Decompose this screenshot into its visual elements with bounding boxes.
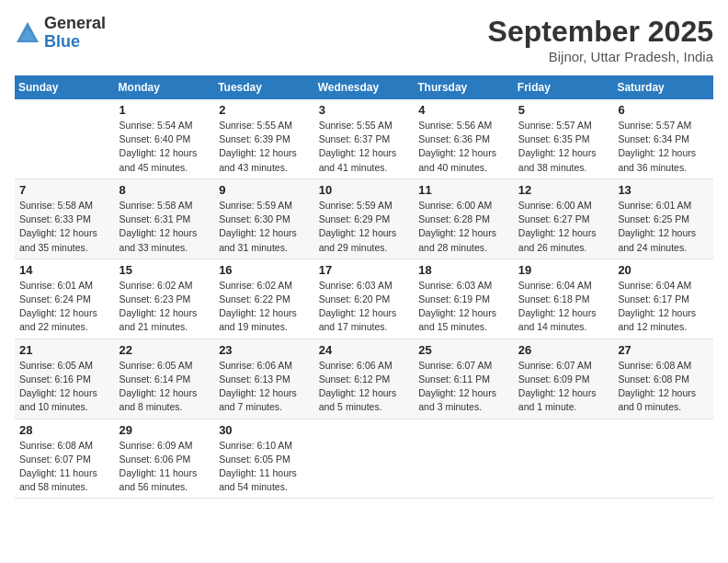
day-number: 26	[518, 343, 609, 357]
week-row-1: 1Sunrise: 5:54 AM Sunset: 6:40 PM Daylig…	[15, 99, 713, 178]
column-header-wednesday: Wednesday	[314, 75, 415, 99]
day-number: 20	[618, 263, 709, 277]
calendar-cell: 21Sunrise: 6:05 AM Sunset: 6:16 PM Dayli…	[15, 339, 115, 419]
day-number: 14	[19, 263, 110, 277]
month-title: September 2025	[488, 15, 713, 49]
day-info: Sunrise: 6:05 AM Sunset: 6:14 PM Dayligh…	[119, 359, 210, 415]
page-header: General Blue September 2025 Bijnor, Utta…	[15, 15, 713, 64]
day-number: 16	[219, 263, 310, 277]
title-block: September 2025 Bijnor, Uttar Pradesh, In…	[488, 15, 713, 64]
day-number: 13	[618, 183, 709, 197]
day-info: Sunrise: 6:03 AM Sunset: 6:19 PM Dayligh…	[418, 279, 509, 335]
calendar-cell: 15Sunrise: 6:02 AM Sunset: 6:23 PM Dayli…	[115, 259, 215, 339]
column-header-monday: Monday	[115, 75, 215, 99]
calendar-cell: 6Sunrise: 5:57 AM Sunset: 6:34 PM Daylig…	[613, 99, 713, 178]
calendar-cell: 14Sunrise: 6:01 AM Sunset: 6:24 PM Dayli…	[15, 259, 115, 339]
day-info: Sunrise: 5:55 AM Sunset: 6:39 PM Dayligh…	[219, 119, 310, 175]
calendar-cell: 7Sunrise: 5:58 AM Sunset: 6:33 PM Daylig…	[15, 178, 115, 259]
calendar-cell: 18Sunrise: 6:03 AM Sunset: 6:19 PM Dayli…	[414, 259, 514, 339]
column-header-tuesday: Tuesday	[214, 75, 314, 99]
day-info: Sunrise: 6:01 AM Sunset: 6:24 PM Dayligh…	[19, 279, 110, 335]
day-info: Sunrise: 6:09 AM Sunset: 6:06 PM Dayligh…	[119, 439, 210, 495]
day-number: 8	[119, 183, 210, 197]
day-info: Sunrise: 6:10 AM Sunset: 6:05 PM Dayligh…	[219, 439, 310, 495]
calendar-cell: 9Sunrise: 5:59 AM Sunset: 6:30 PM Daylig…	[214, 178, 314, 259]
day-info: Sunrise: 5:57 AM Sunset: 6:34 PM Dayligh…	[618, 119, 709, 175]
day-info: Sunrise: 6:08 AM Sunset: 6:08 PM Dayligh…	[618, 359, 709, 415]
calendar-cell: 26Sunrise: 6:07 AM Sunset: 6:09 PM Dayli…	[514, 339, 614, 419]
week-row-2: 7Sunrise: 5:58 AM Sunset: 6:33 PM Daylig…	[15, 178, 713, 259]
day-number: 1	[119, 103, 210, 117]
day-info: Sunrise: 5:57 AM Sunset: 6:35 PM Dayligh…	[518, 119, 609, 175]
day-info: Sunrise: 5:56 AM Sunset: 6:36 PM Dayligh…	[418, 119, 509, 175]
calendar-cell: 11Sunrise: 6:00 AM Sunset: 6:28 PM Dayli…	[414, 178, 514, 259]
day-number: 18	[418, 263, 509, 277]
calendar-header-row: SundayMondayTuesdayWednesdayThursdayFrid…	[15, 75, 713, 99]
logo: General Blue	[15, 15, 106, 52]
day-number: 17	[319, 263, 410, 277]
day-number: 15	[119, 263, 210, 277]
day-info: Sunrise: 6:03 AM Sunset: 6:20 PM Dayligh…	[319, 279, 410, 335]
day-number: 23	[219, 343, 310, 357]
calendar-cell	[15, 99, 115, 178]
calendar-cell: 4Sunrise: 5:56 AM Sunset: 6:36 PM Daylig…	[414, 99, 514, 178]
calendar-cell: 5Sunrise: 5:57 AM Sunset: 6:35 PM Daylig…	[514, 99, 614, 178]
day-info: Sunrise: 6:02 AM Sunset: 6:23 PM Dayligh…	[119, 279, 210, 335]
day-number: 29	[119, 423, 210, 437]
day-info: Sunrise: 6:06 AM Sunset: 6:12 PM Dayligh…	[319, 359, 410, 415]
day-number: 3	[319, 103, 410, 117]
day-info: Sunrise: 6:07 AM Sunset: 6:11 PM Dayligh…	[418, 359, 509, 415]
day-info: Sunrise: 6:00 AM Sunset: 6:27 PM Dayligh…	[518, 199, 609, 255]
day-number: 6	[618, 103, 709, 117]
day-number: 19	[518, 263, 609, 277]
day-number: 22	[119, 343, 210, 357]
week-row-5: 28Sunrise: 6:08 AM Sunset: 6:07 PM Dayli…	[15, 419, 713, 499]
column-header-saturday: Saturday	[613, 75, 713, 99]
column-header-friday: Friday	[514, 75, 614, 99]
calendar-cell	[514, 419, 614, 499]
week-row-3: 14Sunrise: 6:01 AM Sunset: 6:24 PM Dayli…	[15, 259, 713, 339]
calendar-cell: 2Sunrise: 5:55 AM Sunset: 6:39 PM Daylig…	[214, 99, 314, 178]
day-number: 25	[418, 343, 509, 357]
day-info: Sunrise: 6:06 AM Sunset: 6:13 PM Dayligh…	[219, 359, 310, 415]
calendar-cell	[613, 419, 713, 499]
calendar-cell: 23Sunrise: 6:06 AM Sunset: 6:13 PM Dayli…	[214, 339, 314, 419]
day-info: Sunrise: 6:04 AM Sunset: 6:17 PM Dayligh…	[618, 279, 709, 335]
day-number: 12	[518, 183, 609, 197]
day-info: Sunrise: 6:01 AM Sunset: 6:25 PM Dayligh…	[618, 199, 709, 255]
day-info: Sunrise: 6:05 AM Sunset: 6:16 PM Dayligh…	[19, 359, 110, 415]
week-row-4: 21Sunrise: 6:05 AM Sunset: 6:16 PM Dayli…	[15, 339, 713, 419]
calendar-cell: 30Sunrise: 6:10 AM Sunset: 6:05 PM Dayli…	[214, 419, 314, 499]
day-number: 28	[19, 423, 110, 437]
day-info: Sunrise: 5:54 AM Sunset: 6:40 PM Dayligh…	[119, 119, 210, 175]
calendar-cell: 29Sunrise: 6:09 AM Sunset: 6:06 PM Dayli…	[115, 419, 215, 499]
day-info: Sunrise: 6:08 AM Sunset: 6:07 PM Dayligh…	[19, 439, 110, 495]
day-info: Sunrise: 5:58 AM Sunset: 6:33 PM Dayligh…	[19, 199, 110, 255]
day-number: 5	[518, 103, 609, 117]
calendar-cell	[314, 419, 415, 499]
location-text: Bijnor, Uttar Pradesh, India	[488, 49, 713, 64]
day-number: 30	[219, 423, 310, 437]
logo-blue-text: Blue	[44, 33, 106, 52]
logo-general-text: General	[44, 15, 106, 33]
calendar-table: SundayMondayTuesdayWednesdayThursdayFrid…	[15, 75, 713, 499]
day-info: Sunrise: 6:00 AM Sunset: 6:28 PM Dayligh…	[418, 199, 509, 255]
day-info: Sunrise: 6:02 AM Sunset: 6:22 PM Dayligh…	[219, 279, 310, 335]
logo-icon	[15, 20, 40, 46]
day-number: 27	[618, 343, 709, 357]
calendar-cell: 10Sunrise: 5:59 AM Sunset: 6:29 PM Dayli…	[314, 178, 415, 259]
calendar-cell	[414, 419, 514, 499]
day-info: Sunrise: 5:59 AM Sunset: 6:30 PM Dayligh…	[219, 199, 310, 255]
calendar-cell: 13Sunrise: 6:01 AM Sunset: 6:25 PM Dayli…	[613, 178, 713, 259]
day-number: 7	[19, 183, 110, 197]
day-number: 24	[319, 343, 410, 357]
day-info: Sunrise: 5:55 AM Sunset: 6:37 PM Dayligh…	[319, 119, 410, 175]
calendar-cell: 16Sunrise: 6:02 AM Sunset: 6:22 PM Dayli…	[214, 259, 314, 339]
calendar-cell: 12Sunrise: 6:00 AM Sunset: 6:27 PM Dayli…	[514, 178, 614, 259]
day-number: 10	[319, 183, 410, 197]
calendar-cell: 22Sunrise: 6:05 AM Sunset: 6:14 PM Dayli…	[115, 339, 215, 419]
day-info: Sunrise: 5:59 AM Sunset: 6:29 PM Dayligh…	[319, 199, 410, 255]
calendar-cell: 1Sunrise: 5:54 AM Sunset: 6:40 PM Daylig…	[115, 99, 215, 178]
calendar-cell: 17Sunrise: 6:03 AM Sunset: 6:20 PM Dayli…	[314, 259, 415, 339]
calendar-cell: 20Sunrise: 6:04 AM Sunset: 6:17 PM Dayli…	[613, 259, 713, 339]
